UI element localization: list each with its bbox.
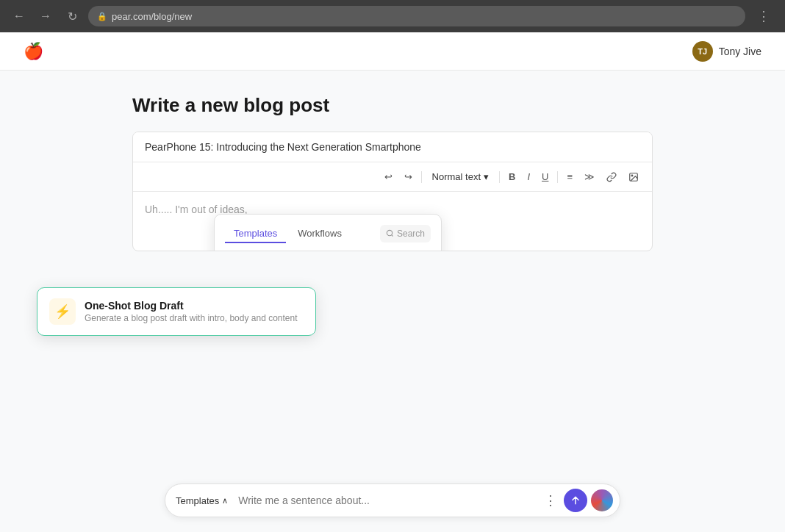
tab-templates[interactable]: Templates (225, 223, 286, 243)
address-bar[interactable]: 🔒 pear.com/blog/new (88, 6, 745, 26)
toolbar-separator (421, 171, 422, 183)
toolbar-separator-2 (499, 171, 500, 183)
oneshot-popup[interactable]: ⚡ One-Shot Blog Draft Generate a blog po… (37, 287, 316, 336)
bottom-toolbar: Templates ∧ ⋮ (165, 484, 620, 517)
chevron-up-icon: ∧ (222, 496, 228, 506)
oneshot-desc: Generate a blog post draft with intro, b… (85, 313, 298, 323)
bold-button[interactable]: B (504, 168, 520, 185)
image-button[interactable] (624, 169, 643, 185)
svg-line-3 (392, 235, 393, 237)
oneshot-name: One-Shot Blog Draft (85, 300, 298, 312)
undo-button[interactable]: ↩ (380, 168, 397, 185)
filter-ecommerce[interactable]: Ecommerce (326, 251, 388, 251)
style-dropdown[interactable]: Normal text ▾ (426, 168, 495, 185)
oneshot-info: One-Shot Blog Draft Generate a blog post… (85, 300, 298, 323)
title-input[interactable] (133, 132, 652, 162)
browser-menu-dots[interactable]: ⋮ (751, 5, 776, 27)
toolbar-separator-3 (557, 171, 558, 183)
search-label: Search (397, 229, 425, 239)
user-name: Tony Jive (719, 46, 761, 57)
filter-blog[interactable]: Blog (290, 251, 322, 251)
url-text: pear.com/blog/new (112, 11, 192, 22)
editor-body[interactable]: Uh..... I'm out of ideas, Templates Work… (133, 192, 652, 251)
dropdown-header: Templates Workflows Search (215, 215, 441, 243)
main-content: Write a new blog post ↩ ↪ Normal text ▾ … (0, 71, 785, 275)
filter-ads[interactable]: Ads (255, 251, 285, 251)
loading-spinner (591, 489, 613, 511)
templates-button[interactable]: Templates ∧ (168, 491, 235, 511)
redo-button[interactable]: ↪ (400, 168, 417, 185)
editor-toolbar: ↩ ↪ Normal text ▾ B I U ≡ ≫ (133, 162, 652, 192)
prompt-input[interactable] (238, 495, 537, 506)
loading-button[interactable] (590, 489, 614, 512)
top-nav: 🍎 TJ Tony Jive (0, 32, 785, 71)
page-title: Write a new blog post (132, 94, 653, 117)
italic-button[interactable]: I (523, 168, 534, 185)
send-button[interactable] (564, 489, 587, 512)
bullet-list-button[interactable]: ≡ (562, 168, 577, 185)
dropdown-search[interactable]: Search (380, 225, 431, 242)
reload-button[interactable]: ↻ (62, 6, 82, 26)
user-area[interactable]: TJ Tony Jive (692, 41, 761, 62)
templates-label: Templates (176, 495, 219, 506)
logo-icon: 🍎 (24, 42, 43, 61)
dropdown-tabs-left: Templates Workflows (225, 223, 351, 243)
svg-point-1 (631, 175, 633, 176)
svg-point-2 (387, 230, 392, 235)
avatar: TJ (692, 41, 713, 62)
page-wrapper: 🍎 TJ Tony Jive Write a new blog post ↩ ↪… (0, 32, 785, 532)
templates-dropdown: Templates Workflows Search All Ads (214, 214, 442, 251)
logo-area: 🍎 (24, 42, 43, 61)
editor-container: ↩ ↪ Normal text ▾ B I U ≡ ≫ (132, 132, 653, 251)
more-options-button[interactable]: ⋮ (540, 490, 561, 511)
tab-workflows[interactable]: Workflows (289, 223, 351, 243)
link-button[interactable] (602, 169, 621, 185)
forward-button[interactable]: → (35, 6, 56, 26)
underline-button[interactable]: U (537, 168, 553, 185)
lock-icon: 🔒 (97, 12, 107, 21)
browser-chrome: ← → ↻ 🔒 pear.com/blog/new ⋮ (0, 0, 785, 32)
filter-all[interactable]: All (225, 251, 251, 251)
ordered-list-button[interactable]: ≫ (580, 168, 599, 185)
back-button[interactable]: ← (9, 6, 29, 26)
oneshot-icon: ⚡ (49, 298, 76, 325)
filter-tags: All Ads Blog Ecommerce Email Frameworks (215, 251, 441, 251)
filter-email[interactable]: Email (392, 251, 429, 251)
dropdown-tabs: Templates Workflows Search (225, 223, 431, 243)
